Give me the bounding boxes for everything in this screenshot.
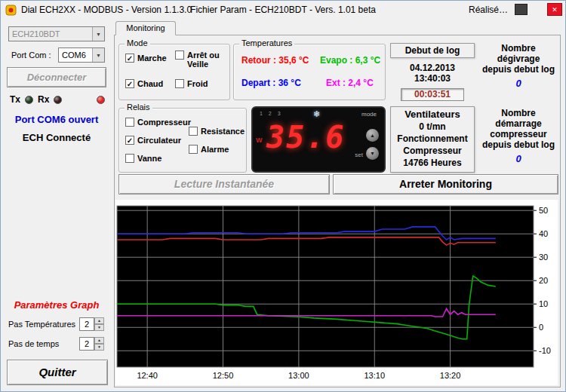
spinner-up-button[interactable]: ▲ [94,337,104,344]
temperature-chart: 12:4012:5013:0013:1013:2050403020100-10 [115,200,558,385]
title-bar: Dial ECH2XX - MODBUS - Version 1.1.3.0 F… [1,1,565,19]
window-title: Dial ECH2XX - MODBUS - Version 1.1.3.0 [21,5,192,15]
spinner-down-button[interactable]: ▼ [94,344,104,351]
log-date: 04.12.2013 [390,63,475,73]
dropdown-arrow-icon[interactable]: ▼ [92,48,104,62]
spinner-up-button[interactable]: ▲ [94,317,104,324]
spinner-down-button[interactable]: ▼ [94,324,104,331]
checkbox-alarme[interactable]: ✓ Alarme [189,145,229,154]
graph-params-title: Paramètres Graph [1,299,112,311]
tx-rx-indicators: Tx Rx [10,94,105,105]
checkbox-box: ✓ [125,54,134,63]
defrost-count-text: depuis debut log [478,64,559,75]
port-com-label: Port Com : [11,51,51,60]
svg-text:0: 0 [539,323,543,332]
checkbox-label: Froid [187,79,208,88]
close-icon: ✕ [552,6,558,14]
checkbox-froid[interactable]: ✓ Froid [175,79,208,88]
checkbox-box: ✓ [175,51,184,60]
check-icon: ✓ [127,54,133,63]
log-elapsed-box: 00:03:51 [401,88,464,101]
temp-step-spinner: Pas Températures 2 ▲ ▼ [8,317,104,331]
checkbox-box: ✓ [125,79,134,88]
quit-button-label: Quitter [38,366,75,378]
checkbox-box: ✓ [125,136,134,145]
mode-group-title: Mode [125,38,150,47]
connection-status-text: ECH Connecté [1,132,112,143]
checkbox-label: Arrêt ou Veille [187,51,225,69]
ventilateurs-speed: 0 t/mn [391,121,474,133]
checkbox-vanne[interactable]: ✓ Vanne [125,154,161,163]
minimize-button[interactable] [515,4,528,15]
temperatures-group-title: Temperatures [239,38,294,47]
snowflake-icon: ❄ [313,109,320,119]
display-brand-mark: W [256,136,263,144]
checkbox-arret-ou-veille[interactable]: ✓ Arrêt ou Veille [175,51,226,69]
checkbox-resistance[interactable]: ✓ Resistance [189,127,245,136]
checkbox-box: ✓ [189,127,198,136]
relais-group-title: Relais [125,103,152,112]
checkbox-chaud[interactable]: ✓ Chaud [125,79,163,88]
disconnect-button[interactable]: Déconnecter [7,67,106,87]
window-title-credit: Réalisé… [469,5,508,15]
checkbox-label: Compresseur [137,118,191,127]
relais-group: Relais ✓ Compresseur ✓ Circulateur ✓ Van… [118,108,247,173]
display-indicators: 1 2 3 [260,111,283,116]
lecture-instantanee-button[interactable]: Lecture Instantanée [118,174,330,194]
depart-temperature: Depart : 36 °C [241,78,301,88]
checkbox-compresseur[interactable]: ✓ Compresseur [125,118,191,127]
mode-group: Mode ✓ Marche ✓ Arrêt ou Veille ✓ Chaud … [118,44,230,100]
app-window: Dial ECH2XX - MODBUS - Version 1.1.3.0 F… [0,0,566,392]
checkbox-label: Marche [137,54,167,63]
svg-text:-10: -10 [539,346,551,355]
tab-monitoring[interactable]: Monitoring [115,21,176,35]
checkbox-label: Resistance [201,127,245,136]
lecture-instantanee-button-label: Lecture Instantanée [174,178,274,190]
compressor-runtime-text: Compresseur [391,145,474,157]
svg-text:50: 50 [539,206,548,215]
close-button[interactable]: ✕ [547,3,562,16]
quit-button[interactable]: Quitter [7,360,108,385]
checkbox-marche[interactable]: ✓ Marche [125,54,167,63]
svg-text:20: 20 [539,276,548,285]
compressor-start-count-text: démarrage [478,118,559,129]
tx-label: Tx [10,94,20,105]
log-title: Debut de log [405,45,460,56]
arreter-monitoring-button[interactable]: Arreter Monitoring [333,174,558,194]
display-up-button: ▲ [366,129,379,142]
alert-led [97,96,105,104]
dropdown-arrow-icon[interactable]: ▼ [92,27,104,41]
svg-text:13:20: 13:20 [440,371,461,380]
defrost-count-text: Nombre [478,43,559,54]
disconnect-button-label: Déconnecter [27,72,87,83]
compressor-start-count-value: 0 [478,153,559,164]
svg-text:12:50: 12:50 [213,371,234,380]
tx-led [25,96,33,104]
device-combobox[interactable]: ECH210BDT ▼ [8,26,105,41]
checkbox-label: Circulateur [137,136,181,145]
checkbox-circulateur[interactable]: ✓ Circulateur [125,136,181,145]
compressor-runtime-text: Fonctionnement [391,133,474,145]
defrost-count-text: dégivrage [478,54,559,64]
time-step-label: Pas de temps [8,339,79,348]
rx-led [54,96,62,104]
temp-step-value[interactable]: 2 [79,317,94,331]
port-combobox-value: COM6 [62,51,86,60]
check-icon: ✓ [127,136,133,145]
compressor-start-count-text: compresseur [478,129,559,139]
svg-text:40: 40 [539,229,548,238]
port-status-text: Port COM6 ouvert [1,114,112,125]
time-step-value[interactable]: 2 [79,337,94,351]
display-down-button: ▼ [366,147,379,160]
svg-text:30: 30 [539,253,548,262]
log-elapsed-value: 00:03:51 [414,89,451,100]
retour-temperature: Retour : 35,6 °C [241,55,309,66]
checkbox-box: ✓ [189,145,198,154]
rx-label: Rx [38,94,49,105]
svg-text:13:00: 13:00 [288,371,309,380]
time-step-spinner: Pas de temps 2 ▲ ▼ [8,337,104,351]
port-combobox[interactable]: COM6 ▼ [58,47,105,63]
checkbox-label: Vanne [137,154,161,163]
defrost-count-panel: Nombre dégivrage depuis debut log 0 [478,43,559,89]
compressor-runtime-hours: 14766 Heures [391,157,474,169]
